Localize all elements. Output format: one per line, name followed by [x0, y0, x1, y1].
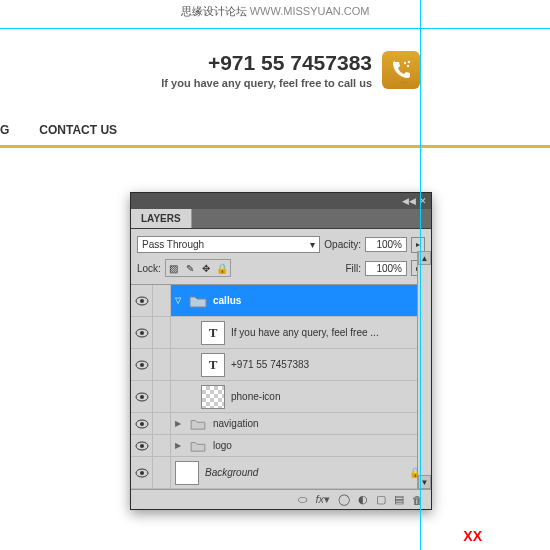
- lock-pixels-icon[interactable]: ✎: [183, 261, 197, 275]
- watermark: 思缘设计论坛 WWW.MISSYUAN.COM: [0, 0, 550, 23]
- fill-input[interactable]: 100%: [365, 261, 407, 276]
- lock-transparency-icon[interactable]: ▨: [167, 261, 181, 275]
- folder-icon: [189, 416, 207, 432]
- delete-layer-icon[interactable]: 🗑: [412, 494, 423, 506]
- blend-mode-select[interactable]: Pass Through▾: [137, 236, 320, 253]
- lock-label: Lock:: [137, 263, 161, 274]
- twisty-icon[interactable]: ▽: [175, 296, 183, 305]
- visibility-toggle[interactable]: [131, 317, 153, 348]
- layer-mask-icon[interactable]: ◯: [338, 493, 350, 506]
- lock-buttons: ▨ ✎ ✥ 🔒: [165, 259, 231, 277]
- panel-collapse-bar[interactable]: ◀◀ ✕: [131, 193, 431, 209]
- svg-point-12: [140, 422, 144, 426]
- opacity-label: Opacity:: [324, 239, 361, 250]
- layer-row-callus[interactable]: ▽callus: [131, 285, 431, 317]
- watermark-en: WWW.MISSYUAN.COM: [250, 5, 370, 17]
- svg-point-2: [408, 61, 410, 63]
- panel-footer: ⬭ fx▾ ◯ ◐ ▢ ▤ 🗑: [131, 489, 431, 509]
- svg-point-8: [140, 363, 144, 367]
- callus-header: +971 55 7457383 If you have any query, f…: [0, 23, 550, 93]
- new-layer-icon[interactable]: ▤: [394, 493, 404, 506]
- ruler-guide-horizontal[interactable]: [0, 28, 550, 29]
- bitmap-layer-icon: [201, 385, 225, 409]
- marker-xx: XX: [463, 528, 482, 544]
- lock-position-icon[interactable]: ✥: [199, 261, 213, 275]
- layers-list: ▽callus TIf you have any query, feel fre…: [131, 284, 431, 489]
- layer-row-phoneicon[interactable]: phone-icon: [131, 381, 431, 413]
- visibility-toggle[interactable]: [131, 349, 153, 380]
- layer-row-logo[interactable]: ▶logo: [131, 435, 431, 457]
- text-layer-icon: T: [201, 353, 225, 377]
- phone-subtext: If you have any query, feel free to call…: [161, 77, 372, 89]
- watermark-cn: 思缘设计论坛: [181, 5, 247, 17]
- bg-layer-icon: [175, 461, 199, 485]
- layer-row-background[interactable]: Background🔒: [131, 457, 431, 489]
- chevron-down-icon: ▾: [310, 239, 315, 250]
- nav-item-contact[interactable]: CONTACT US: [39, 123, 117, 137]
- svg-point-1: [407, 65, 409, 67]
- new-group-icon[interactable]: ▢: [376, 493, 386, 506]
- visibility-toggle[interactable]: [131, 285, 153, 316]
- folder-icon: [189, 289, 207, 313]
- link-layers-icon[interactable]: ⬭: [298, 493, 307, 506]
- phone-number: +971 55 7457383: [161, 51, 372, 75]
- nav-item-g[interactable]: G: [0, 123, 9, 137]
- svg-point-6: [140, 331, 144, 335]
- layers-tab[interactable]: LAYERS: [131, 209, 192, 228]
- lock-all-icon[interactable]: 🔒: [215, 261, 229, 275]
- phone-icon: [382, 51, 420, 89]
- folder-icon: [189, 438, 207, 454]
- visibility-toggle[interactable]: [131, 381, 153, 412]
- opacity-input[interactable]: 100%: [365, 237, 407, 252]
- layers-panel[interactable]: ◀◀ ✕ LAYERS Pass Through▾ Opacity: 100% …: [130, 192, 432, 510]
- text-layer-icon: T: [201, 321, 225, 345]
- phone-block: +971 55 7457383 If you have any query, f…: [161, 51, 372, 89]
- collapse-icon[interactable]: ◀◀ ✕: [402, 196, 427, 206]
- twisty-icon[interactable]: ▶: [175, 419, 183, 428]
- twisty-icon[interactable]: ▶: [175, 441, 183, 450]
- visibility-toggle[interactable]: [131, 413, 153, 434]
- layer-row-navigation[interactable]: ▶navigation: [131, 413, 431, 435]
- visibility-toggle[interactable]: [131, 457, 153, 488]
- adjustment-layer-icon[interactable]: ◐: [358, 493, 368, 506]
- svg-point-10: [140, 395, 144, 399]
- layer-row-text2[interactable]: T+971 55 7457383: [131, 349, 431, 381]
- visibility-toggle[interactable]: [131, 435, 153, 456]
- layer-row-text1[interactable]: TIf you have any query, feel free ...: [131, 317, 431, 349]
- fill-label: Fill:: [345, 263, 361, 274]
- ruler-guide-vertical[interactable]: [420, 0, 421, 550]
- fx-icon[interactable]: fx▾: [315, 493, 330, 506]
- svg-point-4: [140, 299, 144, 303]
- svg-point-16: [140, 471, 144, 475]
- svg-point-0: [404, 62, 406, 64]
- svg-point-14: [140, 444, 144, 448]
- navigation-bar: G CONTACT US: [0, 93, 550, 148]
